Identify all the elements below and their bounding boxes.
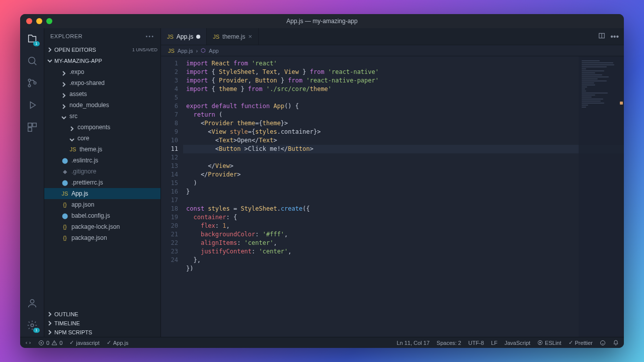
file-tree-item[interactable]: {}package.json [44,232,160,243]
status-feedback-icon[interactable] [600,340,606,346]
chevron-down-icon [47,58,52,63]
split-editor-icon[interactable] [598,32,605,41]
search-icon[interactable] [26,54,39,67]
file-icon: {} [61,222,68,231]
code-editor[interactable]: 1 2 3 4 5 6 7 8 9 10 11 12 13 14 15 16 1… [161,56,624,337]
outline-label: OUTLINE [54,311,78,317]
status-language[interactable]: JavaScript [505,340,530,346]
file-tree-item[interactable]: JStheme.js [44,144,160,155]
editor-tab[interactable]: JSApp.js [161,28,207,45]
file-name: App.js [71,189,88,198]
js-file-icon: JS [167,34,174,40]
modified-dot-icon [196,35,200,39]
project-header[interactable]: MY-AMAZING-APP [44,56,160,65]
file-tree-item[interactable]: components [44,122,160,133]
settings-badge: 1 [33,328,39,333]
sidebar-more-icon[interactable]: ••• [145,33,154,39]
npm-scripts-header[interactable]: NPM SCRIPTS [44,328,160,337]
file-tree-item[interactable]: ◆.gitignore [44,166,160,177]
file-name: package-lock.json [71,222,120,231]
file-icon: ◆ [61,167,68,176]
file-icon: ⬤ [61,156,68,165]
file-name: components [77,123,110,132]
svg-point-2 [28,84,31,87]
file-tree-item[interactable]: {}package-lock.json [44,221,160,232]
accounts-icon[interactable] [26,297,39,310]
status-eslint[interactable]: ⦿ESLint [537,340,561,346]
status-bell-icon[interactable] [613,340,619,346]
file-name: package.json [71,233,107,242]
source-control-icon[interactable] [26,76,39,89]
open-editors-header[interactable]: OPEN EDITORS 1 UNSAVED [44,45,160,54]
minimap[interactable] [579,56,624,337]
file-name: .prettierrc.js [71,178,103,187]
status-eol[interactable]: LF [491,340,498,346]
status-problems[interactable]: 0 0 [38,340,62,346]
tab-label: theme.js [222,33,245,40]
file-tree-item[interactable]: {}app.json [44,199,160,210]
file-name: core [77,134,89,143]
status-indent[interactable]: Spaces: 2 [437,340,461,346]
symbol-icon: ⬡ [201,47,206,54]
open-editors-label: OPEN EDITORS [54,47,96,53]
file-name: assets [69,89,87,99]
svg-rect-5 [32,123,36,127]
debug-icon[interactable] [26,99,39,112]
svg-point-1 [28,79,31,81]
status-filename[interactable]: ✓App.js [107,339,129,346]
file-icon: ⬤ [61,178,68,187]
file-tree-item[interactable]: JSApp.js [44,188,160,199]
file-tree-item[interactable]: node_modules [44,100,160,111]
npm-scripts-label: NPM SCRIPTS [54,329,92,335]
file-tree-item[interactable]: ⬤babel.config.js [44,210,160,221]
file-tree-item[interactable]: ⬤.eslintrc.js [44,155,160,166]
chevron-right-icon [61,80,66,85]
vscode-window: App.js — my-amazing-app 1 [20,14,624,348]
status-prettier[interactable]: ✓Prettier [569,339,593,346]
outline-header[interactable]: OUTLINE [44,310,160,319]
breadcrumb-file: App.js [178,48,193,54]
breadcrumb[interactable]: JS App.js › ⬡ App [161,45,624,56]
code-content[interactable]: import React from 'react' import { Style… [183,56,624,337]
file-tree-item[interactable]: core [44,133,160,144]
file-icon: {} [61,233,68,242]
editor-tabs: JSApp.jsJStheme.js× ••• [161,28,624,45]
js-file-icon: JS [213,34,219,40]
explorer-icon[interactable]: 1 [26,32,39,45]
sidebar-title: EXPLORER [50,33,83,39]
editor-more-icon[interactable]: ••• [610,32,619,41]
zoom-window-button[interactable] [46,18,52,24]
project-label: MY-AMAZING-APP [54,58,102,64]
minimize-window-button[interactable] [36,18,42,24]
file-name: .eslintrc.js [71,156,98,165]
file-tree-item[interactable]: assets [44,88,160,100]
file-tree-item[interactable]: .expo-shared [44,77,160,88]
explorer-sidebar: EXPLORER ••• OPEN EDITORS 1 UNSAVED MY-A… [44,28,161,337]
chevron-right-icon [61,103,66,108]
chevron-right-icon: › [196,48,198,54]
sidebar-title-row: EXPLORER ••• [44,28,160,44]
chevron-right-icon [47,321,52,326]
settings-gear-icon[interactable]: 1 [26,319,39,332]
status-encoding[interactable]: UTF-8 [468,340,484,346]
line-number-gutter: 1 2 3 4 5 6 7 8 9 10 11 12 13 14 15 16 1… [161,56,183,337]
extensions-icon[interactable] [26,121,39,134]
close-tab-icon[interactable]: × [248,33,252,40]
status-cursor-position[interactable]: Ln 11, Col 17 [396,340,429,346]
status-remote[interactable] [25,340,31,346]
chevron-right-icon [61,69,66,74]
file-name: node_modules [69,101,109,110]
file-name: .expo [69,67,84,76]
editor-tab-actions: ••• [593,28,624,45]
svg-rect-6 [28,128,31,131]
file-name: src [69,112,77,121]
file-tree-item[interactable]: src [44,111,160,122]
status-langmode[interactable]: ✓javascript [69,339,99,346]
status-bar: 0 0 ✓javascript ✓App.js Ln 11, Col 17 Sp… [20,337,624,348]
file-tree-item[interactable]: ⬤.prettierrc.js [44,177,160,188]
file-name: .gitignore [71,167,96,176]
editor-tab[interactable]: JStheme.js× [207,28,259,45]
file-tree-item[interactable]: .expo [44,66,160,77]
timeline-header[interactable]: TIMELINE [44,319,160,328]
close-window-button[interactable] [26,18,32,24]
